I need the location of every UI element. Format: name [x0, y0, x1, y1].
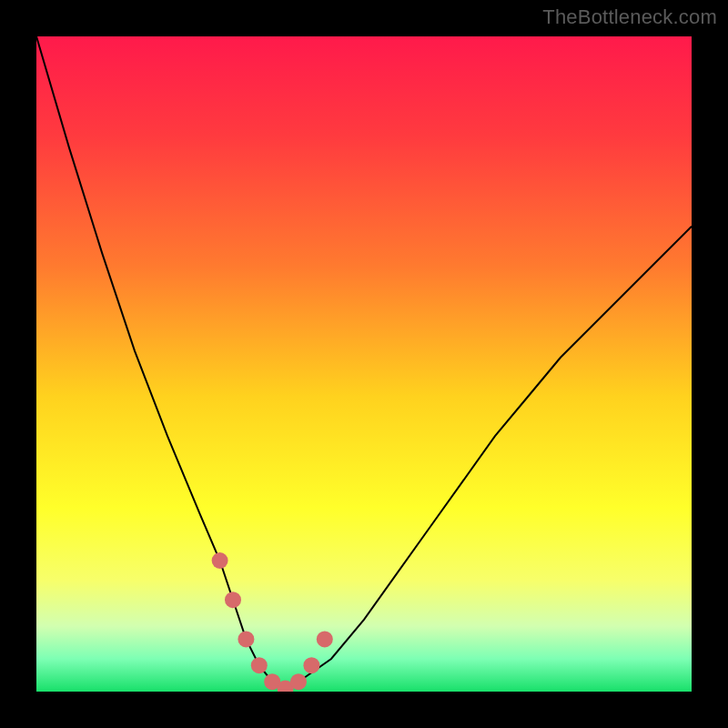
plot-area: [36, 36, 692, 692]
highlight-dot: [317, 631, 333, 647]
highlight-dot: [290, 673, 307, 690]
optimal-zone-highlight: [212, 552, 333, 692]
highlight-dot: [212, 552, 228, 569]
highlight-dot: [225, 592, 241, 608]
highlight-dot: [238, 631, 254, 647]
chart-frame: TheBottleneck.com: [0, 0, 728, 728]
curve-layer: [36, 36, 692, 692]
attribution-text: TheBottleneck.com: [542, 5, 717, 29]
highlight-dot: [251, 657, 268, 673]
bottleneck-curve: [36, 36, 692, 688]
highlight-dot: [303, 657, 319, 673]
